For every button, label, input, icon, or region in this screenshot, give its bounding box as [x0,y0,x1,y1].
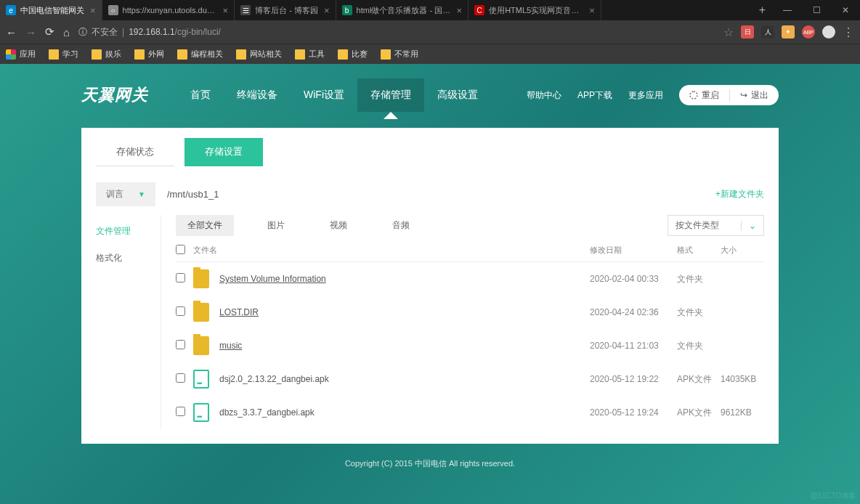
main-panel: 存储状态存储设置 训言▼ /mnt/usb1_1 +新建文件夹 文件管理格式化 … [81,128,779,444]
ext-icon-2[interactable]: 人 [761,25,774,38]
file-size: 14035KB [721,374,764,384]
app-download-link[interactable]: APP下载 [577,89,612,102]
row-checkbox[interactable] [176,273,185,283]
current-path: /mnt/usb1_1 [167,189,219,200]
tab-close-icon[interactable]: × [457,5,463,16]
security-label: 不安全 [92,26,118,38]
folder-icon [193,336,209,355]
site-logo: 天翼网关 [81,84,148,106]
file-type: 文件夹 [677,273,721,285]
volume-select[interactable]: 训言▼ [96,182,155,206]
browser-tab[interactable]: ☰博客后台 - 博客园× [235,0,336,20]
ext-icon-abp[interactable]: ABP [802,25,815,38]
file-name: dbzs_3.3.7_dangbei.apk [219,407,590,418]
file-name[interactable]: System Volume Information [219,274,590,284]
sidebar-item[interactable]: 格式化 [96,245,161,272]
nav-item[interactable]: 终端设备 [224,78,291,112]
tab-title: 使用HTML5实现网页音乐播放器 [489,5,583,16]
ext-icon-3[interactable]: ✦ [782,25,795,38]
tab-close-icon[interactable]: × [324,5,330,16]
home-button[interactable]: ⌂ [63,26,70,38]
folder-icon [193,269,209,288]
bookmark-item[interactable]: 外网 [134,49,164,60]
file-type: 文件夹 [677,306,721,319]
nav-item[interactable]: 存储管理 [357,78,424,112]
bookmark-item[interactable]: 比赛 [338,49,368,60]
nav-item[interactable]: 高级设置 [424,78,491,112]
subtab[interactable]: 存储状态 [96,138,174,166]
logout-button[interactable]: ↪退出 [730,89,779,102]
logout-icon: ↪ [740,90,747,100]
header-type: 格式 [677,245,721,256]
browser-tab[interactable]: C使用HTML5实现网页音乐播放器× [468,0,601,20]
file-type: 文件夹 [677,340,721,352]
folder-icon [236,49,246,60]
header-date: 修改日期 [590,245,677,256]
menu-button[interactable]: ⋮ [843,25,854,39]
storage-subtabs: 存储状态存储设置 [81,128,779,166]
minimize-button[interactable]: — [773,5,802,15]
filter-button[interactable]: 图片 [256,215,296,236]
bookmark-item[interactable]: 学习 [49,49,78,60]
bookmark-item[interactable]: 工具 [295,49,325,60]
window-controls: — ☐ ✕ [773,5,860,15]
select-all-checkbox[interactable] [176,245,185,254]
reload-button[interactable]: ⟳ [45,25,54,38]
restart-button[interactable]: 重启 [679,89,730,102]
chevron-down-icon: ⌄ [741,221,756,231]
filter-button[interactable]: 音频 [381,215,421,236]
apk-icon [193,370,209,389]
new-tab-button[interactable]: + [752,4,773,17]
sidebar-item[interactable]: 文件管理 [96,218,161,245]
file-type: APK文件 [677,407,721,419]
maximize-button[interactable]: ☐ [802,5,831,15]
url-host: 192.168.1.1 [129,27,174,37]
tab-title: 中国电信智能网关 [20,5,84,16]
tab-close-icon[interactable]: × [589,5,595,16]
file-row: music2020-04-11 21:03文件夹 [176,329,764,362]
page-footer: Copyright (C) 2015 中国电信 All rights reser… [81,458,779,469]
tab-close-icon[interactable]: × [223,5,229,16]
file-date: 2020-04-24 02:36 [590,307,677,317]
help-link[interactable]: 帮助中心 [527,89,561,102]
row-checkbox[interactable] [176,340,185,349]
nav-item[interactable]: WiFi设置 [291,78,357,112]
file-date: 2020-02-04 00:33 [590,274,677,284]
tab-close-icon[interactable]: × [90,5,96,16]
bookmark-item[interactable]: 不常用 [381,49,418,60]
ext-icon-1[interactable]: 日 [741,25,754,38]
row-checkbox[interactable] [176,407,185,416]
row-checkbox[interactable] [176,306,185,316]
star-icon[interactable]: ☆ [723,25,734,39]
filter-button[interactable]: 全部文件 [176,215,234,236]
close-button[interactable]: ✕ [831,5,860,15]
browser-tab[interactable]: bhtml做个音乐播放器 - 国内版 Bi× [336,0,469,20]
file-name: dsj2.0_2.13.22_dangbei.apk [219,374,590,384]
sort-select[interactable]: 按文件类型⌄ [668,215,764,236]
url-bar[interactable]: ⓘ 不安全 | 192.168.1.1/cgi-bin/luci/ [78,26,715,38]
file-type: APK文件 [677,373,721,386]
apps-button[interactable]: 应用 [6,49,36,60]
file-name[interactable]: LOST.DIR [219,307,590,317]
file-filters: 全部文件图片视频音频按文件类型⌄ [176,215,764,236]
file-name[interactable]: music [219,341,590,351]
url-path: /cgi-bin/luci/ [175,27,221,37]
header-action-buttons: 重启 ↪退出 [679,85,779,105]
forward-button[interactable]: → [25,26,36,38]
file-row: dbzs_3.3.7_dangbei.apk2020-05-12 19:24AP… [176,396,764,429]
bookmark-item[interactable]: 编程相关 [177,49,223,60]
bookmark-item[interactable]: 网站相关 [236,49,282,60]
browser-tab[interactable]: ○https://xunyan.utools.dub/mu× [102,0,235,20]
row-checkbox[interactable] [176,373,185,383]
back-button[interactable]: ← [6,26,17,38]
new-folder-button[interactable]: +新建文件夹 [715,188,764,200]
nav-item[interactable]: 首页 [177,78,224,112]
more-apps-link[interactable]: 更多应用 [628,89,663,102]
bookmark-item[interactable]: 娱乐 [92,49,121,60]
folder-icon [338,49,348,60]
filter-button[interactable]: 视频 [318,215,359,236]
favicon-icon: ☰ [240,5,251,15]
avatar-icon[interactable] [822,25,835,38]
subtab[interactable]: 存储设置 [184,138,263,166]
browser-tab[interactable]: e中国电信智能网关× [0,0,102,20]
